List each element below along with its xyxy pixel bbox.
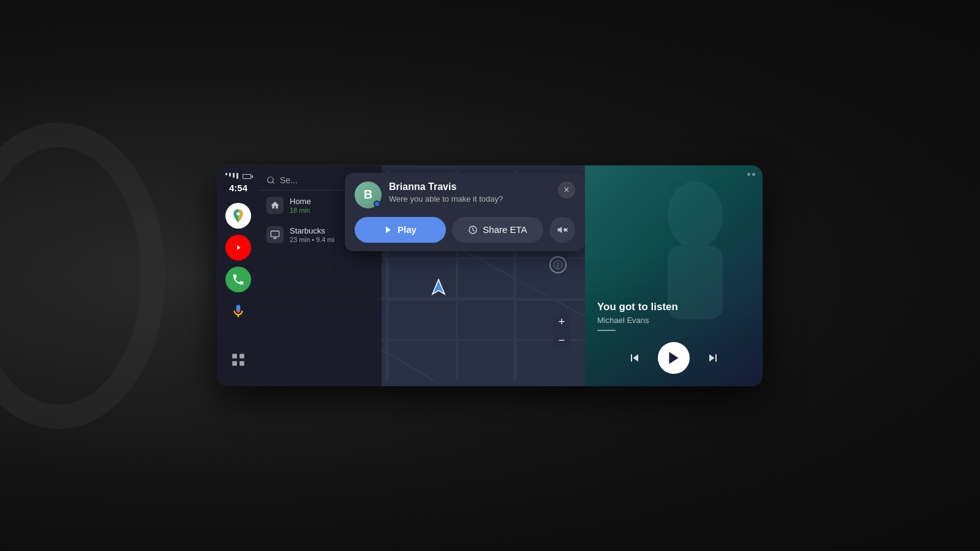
location-marker	[429, 277, 448, 297]
screen-icon	[270, 230, 280, 240]
phone-icon	[232, 273, 245, 286]
mute-button[interactable]	[549, 217, 575, 243]
svg-rect-5	[232, 361, 237, 366]
play-icon	[384, 226, 393, 234]
signal-bar-2	[229, 173, 231, 177]
notification-message: Were you able to make it today?	[389, 194, 551, 203]
search-icon	[266, 176, 275, 184]
progress-bar	[597, 330, 616, 331]
status-block: 4:54	[225, 173, 251, 193]
share-eta-label: Share ETA	[483, 224, 527, 235]
signal-bar-4	[236, 173, 238, 179]
zoom-in-button[interactable]: +	[553, 314, 570, 331]
grid-icon	[230, 352, 246, 368]
svg-rect-6	[239, 361, 244, 366]
assistant-icon	[230, 303, 246, 319]
mute-icon	[557, 224, 568, 235]
skip-next-icon	[706, 351, 720, 365]
svg-rect-20	[457, 299, 515, 340]
play-button[interactable]: Play	[355, 217, 446, 243]
notification-actions: Play Share ETA	[355, 217, 575, 243]
zoom-controls: + −	[553, 314, 570, 349]
home-icon	[270, 200, 280, 210]
android-auto-screen: 4:54	[217, 165, 763, 386]
album-art	[585, 165, 763, 320]
sidebar-item-youtube-music[interactable]	[225, 235, 251, 260]
prev-track-button[interactable]	[624, 347, 646, 369]
signal-bar-3	[233, 173, 235, 178]
svg-rect-22	[271, 231, 279, 237]
avatar-app-dot	[374, 200, 380, 207]
sidebar-item-phone[interactable]	[225, 267, 251, 292]
signal-bar-1	[225, 173, 227, 175]
svg-point-33	[668, 181, 723, 249]
contact-name: Brianna Travis	[389, 181, 551, 192]
main-content: Se... Home 18 min	[259, 165, 585, 386]
signal-icons	[225, 173, 251, 179]
starbucks-nav-icon	[266, 226, 284, 243]
map-area[interactable]: Se... Home 18 min	[259, 165, 585, 386]
notification-text: Brianna Travis Were you able to make it …	[389, 181, 551, 203]
play-label: Play	[398, 224, 417, 235]
svg-marker-25	[432, 279, 445, 294]
compass-button[interactable]	[549, 256, 567, 273]
skip-previous-icon	[627, 351, 642, 365]
music-controls	[585, 342, 763, 374]
play-pause-icon	[666, 350, 682, 366]
youtube-music-icon	[232, 241, 245, 254]
next-track-button[interactable]	[702, 347, 724, 369]
sidebar-item-assistant[interactable]	[225, 298, 251, 324]
svg-point-0	[236, 212, 239, 215]
clock: 4:54	[229, 183, 247, 193]
svg-marker-35	[669, 352, 678, 364]
compass-icon	[553, 260, 563, 270]
svg-marker-27	[557, 261, 559, 264]
avatar-initial: B	[364, 188, 372, 202]
play-pause-button[interactable]	[658, 342, 690, 374]
clock-share-icon	[468, 225, 478, 235]
svg-rect-4	[239, 354, 244, 359]
notification-header: B Brianna Travis Were you able to make i…	[355, 181, 575, 208]
svg-rect-3	[232, 354, 237, 359]
notification-popup: B Brianna Travis Were you able to make i…	[345, 173, 585, 251]
zoom-out-button[interactable]: −	[553, 332, 570, 349]
music-info: You got to listen Michael Evans	[597, 301, 750, 331]
search-placeholder: Se...	[280, 175, 298, 185]
contact-avatar: B	[355, 181, 382, 208]
music-panel: You got to listen Michael Evans	[585, 165, 763, 386]
sidebar: 4:54	[217, 165, 259, 386]
share-eta-button[interactable]: Share ETA	[452, 217, 543, 243]
home-nav-icon	[266, 197, 284, 214]
svg-marker-28	[557, 265, 559, 268]
svg-marker-29	[386, 226, 391, 233]
battery-icon	[243, 174, 251, 179]
maps-icon	[230, 208, 246, 224]
close-button[interactable]: ×	[558, 181, 575, 199]
navigation-arrow	[429, 277, 448, 297]
track-title: You got to listen	[597, 301, 750, 313]
sidebar-item-maps[interactable]	[225, 203, 251, 229]
track-artist: Michael Evans	[597, 316, 750, 325]
sidebar-item-grid[interactable]	[225, 347, 251, 373]
